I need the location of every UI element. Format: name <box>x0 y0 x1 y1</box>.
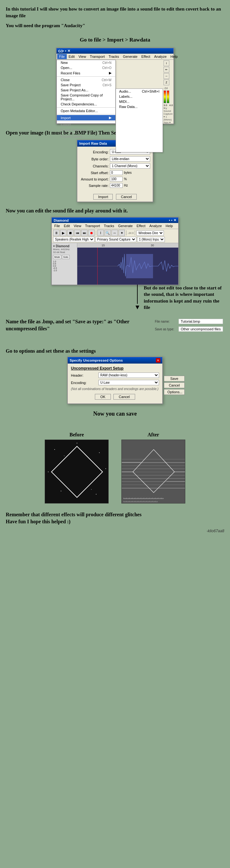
options-titlebar: Specify Uncompressed Options ✕ <box>68 357 162 364</box>
audacity-editor: Diamond ▪ ▪ ✕ File Edit View Transport T… <box>51 217 179 285</box>
options-close-btn[interactable]: ✕ <box>156 358 160 363</box>
menu-item-save-compressed[interactable]: Save Compressed Copy of Project... <box>57 93 115 101</box>
aud-right-panel: I ✏ ↔ Z -24 3.0 4.0 ▾ry Sound Capture ▾ … <box>163 60 173 124</box>
speakers-select[interactable]: Windows Dire <box>136 230 164 236</box>
submenu-rawdata[interactable]: Raw Data... <box>116 104 163 109</box>
mute-btn[interactable]: Mute <box>53 255 61 259</box>
menu-item-open[interactable]: Open...Ctrl+O <box>57 65 115 70</box>
svg-text:NomNomNomNomNomNomNomNomNomNom: NomNomNomNomNomNomNomNomNomNomNomNomNomN… <box>123 497 164 499</box>
submenu-midi[interactable]: MIDI... <box>116 99 163 104</box>
selection-box <box>77 248 178 285</box>
emenu-edit[interactable]: Edit <box>62 223 72 228</box>
amount-input[interactable] <box>110 177 123 182</box>
offset-input[interactable] <box>110 170 123 175</box>
emenu-effect[interactable]: Effect <box>135 223 147 228</box>
submenu-audio[interactable]: Audio...Ctrl+Shift+I <box>116 89 163 94</box>
prev-btn[interactable]: ⏮ <box>74 230 80 236</box>
spacer-1 <box>0 334 230 344</box>
dialog-buttons: Import Cancel <box>77 192 153 202</box>
intro-line2: You will need the program "Audacity" <box>6 22 224 29</box>
speakers2-select[interactable]: Speakers (Realtek High <box>53 237 95 242</box>
emenu-transport[interactable]: Transport <box>83 223 102 228</box>
track-label-info: Mono, 4410Hz32-bit float <box>53 248 76 254</box>
editor-titlebar: Diamond ▪ ▪ ✕ <box>52 218 178 223</box>
svg-point-11 <box>105 468 106 469</box>
menu-edit[interactable]: Edit <box>67 54 77 59</box>
menu-item-new[interactable]: NewCtrl+N <box>57 60 115 65</box>
before-image <box>45 440 109 503</box>
menu-item-save-as[interactable]: Save Project As... <box>57 88 115 93</box>
filename-value: Tutorial.bmp <box>178 319 223 324</box>
save-dialog-row-savetype: Save as type: Other uncompressed files <box>154 326 224 332</box>
import-submenu[interactable]: Audio...Ctrl+Shift+I Labels... MIDI... R… <box>116 89 163 152</box>
options-row-header: Header: RAW (header-less) <box>71 372 159 378</box>
next-btn[interactable]: ⏭ <box>81 230 88 236</box>
emenu-view[interactable]: View <box>72 223 84 228</box>
menu-item-save[interactable]: Save ProjectCtrl+S <box>57 83 115 88</box>
menu-item-check-deps[interactable]: Check Dependencies... <box>57 101 115 107</box>
amount-unit: % <box>124 177 127 181</box>
editor-menubar[interactable]: File Edit View Transport Tracks Generate… <box>52 223 178 229</box>
side-save-btn[interactable]: Save <box>164 376 185 381</box>
mono-select[interactable]: 1 (Mono) Inpu <box>137 237 165 242</box>
samplerate-input[interactable] <box>110 183 123 188</box>
menu-help[interactable]: Help <box>169 54 180 59</box>
options-cancel-btn[interactable]: Cancel <box>113 394 135 400</box>
waveform-container: 15 30 <box>77 243 178 285</box>
import-cancel-btn[interactable]: Cancel <box>116 194 136 200</box>
tool-select[interactable]: I <box>97 230 104 236</box>
menu-file[interactable]: File <box>57 54 67 59</box>
solo-btn[interactable]: Solo <box>62 255 70 259</box>
menu-analyze[interactable]: Analyze <box>152 54 168 59</box>
side-cancel-btn[interactable]: Cancel <box>164 382 185 388</box>
options-encoding-select[interactable]: U-Law <box>98 380 159 385</box>
menu-generate[interactable]: Generate <box>121 54 140 59</box>
submenu-labels[interactable]: Labels... <box>116 94 163 99</box>
menu-transport[interactable]: Transport <box>88 54 107 59</box>
dialog-row-offset: Start offset: bytes <box>80 170 150 175</box>
options-header-select[interactable]: RAW (header-less) <box>98 372 159 378</box>
menu-item-recent[interactable]: Recent Files▶ <box>57 70 115 76</box>
save-dialog-mini: File name: Tutorial.bmp Save as type: Ot… <box>154 318 224 332</box>
options-dialog-outer: Specify Uncompressed Options ✕ Uncompres… <box>0 356 230 404</box>
menu-item-metadata[interactable]: Open Metadata Editor... <box>57 108 115 114</box>
byteorder-select[interactable]: Little-endian <box>110 156 150 162</box>
play-btn[interactable]: ▶ <box>60 230 66 236</box>
menu-sep-1 <box>57 76 115 77</box>
emenu-analyze[interactable]: Analyze <box>147 223 164 228</box>
menu-view[interactable]: View <box>77 54 88 59</box>
track-ruler: 15 30 <box>77 243 178 248</box>
capture-select[interactable]: Primary Sound Capture <box>95 237 136 242</box>
menu-tracks[interactable]: Tracks <box>107 54 121 59</box>
options-note: (Not all combinations of headers and enc… <box>71 387 159 391</box>
emenu-generate[interactable]: Generate <box>116 223 135 228</box>
options-section-title: Uncompressed Export Setup <box>71 366 159 371</box>
channels-select[interactable]: 1 Channel (Mono) <box>110 163 150 169</box>
menu-item-close[interactable]: CloseCtrl+W <box>57 77 115 83</box>
tool-cursor[interactable]: ↔ <box>111 230 118 236</box>
stop-btn[interactable]: ⏹ <box>67 230 73 236</box>
import-btn[interactable]: Import <box>93 194 113 200</box>
aud-btn-4[interactable]: Z <box>164 80 169 85</box>
pause-btn[interactable]: ⏸ <box>53 230 59 236</box>
tool-envelope[interactable]: ✦ <box>119 230 125 236</box>
amount-label: Amount to import: <box>80 177 109 181</box>
tool-zoom[interactable]: 🔍 <box>104 230 111 236</box>
emenu-file[interactable]: File <box>53 223 62 228</box>
options-step-text: Go to options and set these as the setti… <box>0 344 230 356</box>
file-dropdown[interactable]: NewCtrl+N Open...Ctrl+O Recent Files▶ Cl… <box>57 60 116 124</box>
aud-btn-2[interactable]: ✏ <box>164 67 169 72</box>
emenu-help[interactable]: Help <box>164 223 175 228</box>
aud-btn-3[interactable]: ↔ <box>164 73 169 79</box>
aud-btn-1[interactable]: I <box>164 60 169 66</box>
side-options-btn[interactable]: Options... <box>164 389 185 395</box>
db-scale: 1.0 0.5 0.0 -0.5 -1.0 <box>53 260 76 272</box>
emenu-tracks[interactable]: Tracks <box>102 223 116 228</box>
options-ok-btn[interactable]: OK <box>95 394 111 400</box>
import-dialog-wrapper: Import Raw Data ✕ Encoding: U-Law Byte o… <box>0 140 230 202</box>
menu-item-import[interactable]: Import▶ <box>57 115 115 120</box>
audacity-menubar[interactable]: File Edit View Transport Tracks Generate… <box>57 54 173 60</box>
rec-btn[interactable]: ⏺ <box>88 230 95 236</box>
aud-capture-label: ▾ry Sound Capture ▾ 1 (Mono) Inpu ▾ <box>164 107 173 124</box>
menu-effect[interactable]: Effect <box>140 54 152 59</box>
